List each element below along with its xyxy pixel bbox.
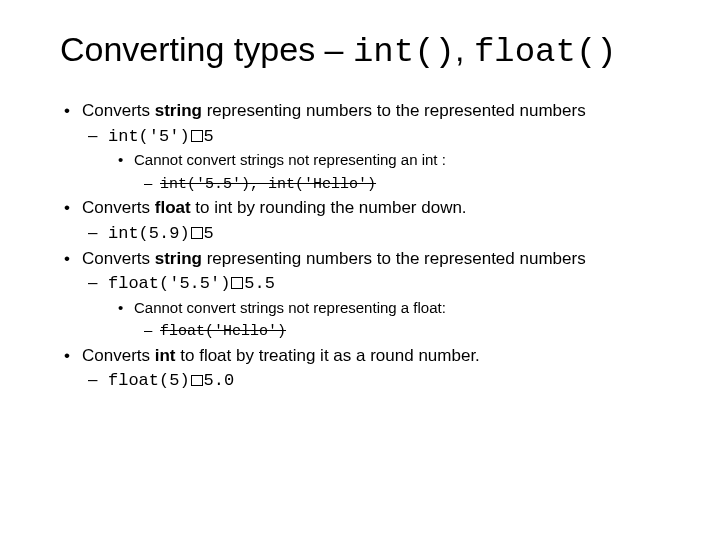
bullet-list: Converts string representing numbers to … — [60, 99, 660, 394]
text: Converts — [82, 346, 155, 365]
list-item: Converts string representing numbers to … — [60, 99, 660, 196]
list-item: float(5)5.0 — [82, 368, 660, 394]
code-invalid: float('Hello') — [160, 323, 286, 340]
arrow-icon — [191, 130, 203, 142]
slide-title: Converting types – int(), float() — [60, 30, 660, 71]
code-example: int(5.9) — [108, 224, 190, 243]
bold-text: float — [155, 198, 191, 217]
text: Cannot convert strings not representing … — [134, 151, 446, 168]
title-code-int: int() — [353, 33, 455, 71]
bold-text: string — [155, 249, 202, 268]
list-item: float('5.5')5.5 Cannot convert strings n… — [82, 271, 660, 344]
list-item: Converts int to float by treating it as … — [60, 344, 660, 394]
text: Converts — [82, 101, 155, 120]
title-sep: , — [455, 30, 474, 68]
arrow-icon — [191, 227, 203, 239]
arrow-icon — [191, 375, 203, 387]
list-item: Converts float to int by rounding the nu… — [60, 196, 660, 246]
bold-text: int — [155, 346, 176, 365]
list-item: float('Hello') — [134, 319, 660, 344]
list-item: int('5.5'), int('Hello') — [134, 172, 660, 197]
code-result: 5.0 — [204, 371, 235, 390]
text: Cannot convert strings not representing … — [134, 299, 446, 316]
text: Converts — [82, 249, 155, 268]
text: representing numbers to the represented … — [202, 249, 586, 268]
code-result: 5.5 — [244, 274, 275, 293]
list-item: Cannot convert strings not representing … — [108, 297, 660, 344]
bold-text: string — [155, 101, 202, 120]
text: Converts — [82, 198, 155, 217]
text: to float by treating it as a round numbe… — [176, 346, 480, 365]
text: to int by rounding the number down. — [191, 198, 467, 217]
arrow-icon — [231, 277, 243, 289]
code-result: 5 — [204, 127, 214, 146]
code-result: 5 — [204, 224, 214, 243]
title-code-float: float() — [474, 33, 617, 71]
text: representing numbers to the represented … — [202, 101, 586, 120]
list-item: Cannot convert strings not representing … — [108, 149, 660, 196]
code-example: float(5) — [108, 371, 190, 390]
list-item: int(5.9)5 — [82, 221, 660, 247]
code-example: int('5') — [108, 127, 190, 146]
list-item: Converts string representing numbers to … — [60, 247, 660, 344]
code-example: float('5.5') — [108, 274, 230, 293]
list-item: int('5')5 Cannot convert strings not rep… — [82, 124, 660, 197]
title-prefix: Converting types – — [60, 30, 353, 68]
code-invalid: int('5.5'), int('Hello') — [160, 176, 376, 193]
